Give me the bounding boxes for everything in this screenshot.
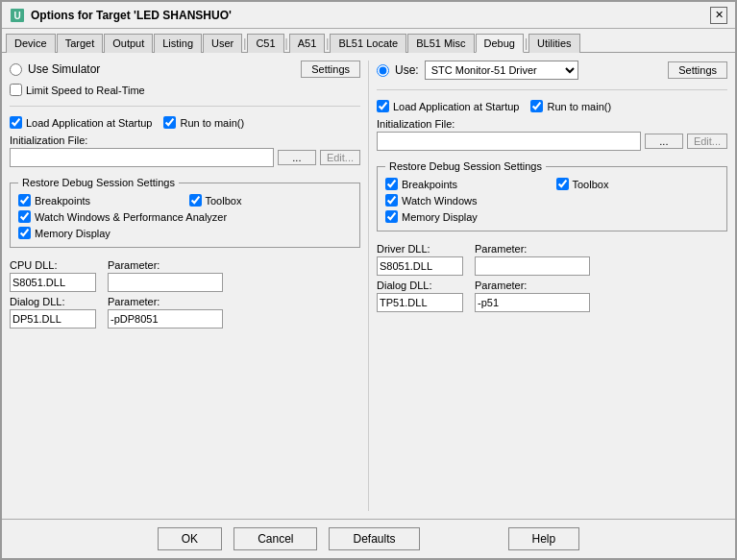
memory-display-label-right: Memory Display xyxy=(402,211,478,223)
cpu-dll-row-left: CPU DLL: Parameter: xyxy=(10,259,360,292)
dialog-dll-input-left[interactable] xyxy=(10,309,96,329)
init-edit-left[interactable]: Edit... xyxy=(320,150,360,165)
memory-display-checkbox-right[interactable] xyxy=(385,210,398,223)
init-file-input-left[interactable] xyxy=(10,148,274,167)
use-simulator-label: Use Simulator xyxy=(28,62,100,76)
load-app-label-left: Load Application at Startup xyxy=(26,117,152,129)
content-area: Use Simulator Settings Limit Speed to Re… xyxy=(2,53,735,519)
cancel-button[interactable]: Cancel xyxy=(233,527,317,550)
tab-user[interactable]: User xyxy=(203,34,242,53)
driver-param-label-right: Parameter: xyxy=(475,243,590,255)
watch-windows-checkbox-right[interactable] xyxy=(385,194,398,207)
init-file-input-right[interactable] xyxy=(377,132,641,151)
help-button[interactable]: Help xyxy=(508,527,580,550)
use-simulator-radio[interactable] xyxy=(10,63,22,76)
app-icon: U xyxy=(10,8,25,23)
cpu-param-label-left: Parameter: xyxy=(108,259,223,271)
use-driver-radio[interactable] xyxy=(377,64,389,77)
tab-sep1: | xyxy=(243,33,246,52)
tab-a51[interactable]: A51 xyxy=(289,34,326,53)
title-bar-left: U Options for Target 'LED SHANSHUO' xyxy=(10,8,232,23)
defaults-button[interactable]: Defaults xyxy=(329,527,419,550)
restore-checkboxes-right: Breakpoints Toolbox xyxy=(385,178,719,190)
cpu-param-input-left[interactable] xyxy=(108,273,223,292)
watch-windows-checkbox-left[interactable] xyxy=(18,210,31,223)
breakpoints-cb-right: Breakpoints xyxy=(385,178,549,190)
tab-sep2: | xyxy=(285,33,288,52)
watch-windows-label-left: Watch Windows & Performance Analyzer xyxy=(35,211,227,223)
load-app-checkbox-right[interactable] xyxy=(377,100,389,112)
dialog-param-label-right: Parameter: xyxy=(475,280,590,291)
tab-c51[interactable]: C51 xyxy=(247,34,283,53)
init-browse-right[interactable]: ... xyxy=(645,134,683,149)
toolbox-cb-right: Toolbox xyxy=(556,178,720,190)
restore-group-label-right: Restore Debug Session Settings xyxy=(385,160,546,172)
tab-output[interactable]: Output xyxy=(104,34,153,53)
driver-param-input-right[interactable] xyxy=(475,256,590,276)
driver-dll-row-right: Driver DLL: Parameter: xyxy=(377,243,727,276)
cpu-dll-input-left[interactable] xyxy=(10,273,96,292)
watch-windows-cb-right: Watch Windows xyxy=(385,194,719,207)
watch-windows-cb-left: Watch Windows & Performance Analyzer xyxy=(18,210,352,223)
toolbox-checkbox-right[interactable] xyxy=(556,178,569,190)
ok-button[interactable]: OK xyxy=(158,527,222,550)
dll-section-left: CPU DLL: Parameter: Dialog DLL: xyxy=(10,259,360,329)
dialog-dll-input-right[interactable] xyxy=(377,293,463,312)
breakpoints-checkbox-right[interactable] xyxy=(385,178,398,190)
sep1 xyxy=(10,106,360,107)
limit-speed-label: Limit Speed to Real-Time xyxy=(26,85,145,96)
dialog-param-input-left[interactable] xyxy=(108,309,223,329)
dialog-param-label-left: Parameter: xyxy=(108,296,223,307)
tab-bar: Device Target Output Listing User | C51 … xyxy=(2,29,735,53)
driver-dll-label-right: Driver DLL: xyxy=(377,243,463,255)
driver-dll-input-right[interactable] xyxy=(377,256,463,276)
init-edit-right[interactable]: Edit... xyxy=(687,134,727,149)
restore-group-label-left: Restore Debug Session Settings xyxy=(18,177,179,188)
tab-bl51misc[interactable]: BL51 Misc xyxy=(407,34,474,53)
dialog-dll-label-right: Dialog DLL: xyxy=(377,280,463,291)
dialog-param-field-left: Parameter: xyxy=(108,296,223,329)
use-label: Use: xyxy=(395,63,419,77)
left-settings-button[interactable]: Settings xyxy=(301,61,360,78)
memory-display-label-left: Memory Display xyxy=(35,228,111,239)
memory-display-cb-left: Memory Display xyxy=(18,227,352,239)
main-panels: Use Simulator Settings Limit Speed to Re… xyxy=(10,61,727,511)
close-button[interactable]: ✕ xyxy=(710,7,727,24)
toolbox-checkbox-left[interactable] xyxy=(189,194,202,207)
tab-debug[interactable]: Debug xyxy=(476,34,524,53)
tab-utilities[interactable]: Utilities xyxy=(528,34,579,53)
cpu-dll-label-left: CPU DLL: xyxy=(10,259,96,271)
run-to-main-checkbox-left[interactable] xyxy=(163,116,176,129)
dialog-dll-field-left: Dialog DLL: xyxy=(10,296,96,329)
right-settings-button[interactable]: Settings xyxy=(668,61,727,79)
right-panel: Use: STC Monitor-51 Driver Settings Load… xyxy=(377,61,727,511)
init-file-row-left: ... Edit... xyxy=(10,148,360,167)
restore-group-left: Restore Debug Session Settings Breakpoin… xyxy=(10,177,360,248)
driver-param-field-right: Parameter: xyxy=(475,243,590,276)
load-run-row: Load Application at Startup Run to main(… xyxy=(10,116,360,129)
title-bar: U Options for Target 'LED SHANSHUO' ✕ xyxy=(2,2,735,29)
tab-device[interactable]: Device xyxy=(6,34,56,53)
sep2 xyxy=(377,89,727,90)
memory-display-checkbox-left[interactable] xyxy=(18,227,31,239)
driver-select[interactable]: STC Monitor-51 Driver xyxy=(425,61,578,80)
footer: OK Cancel Defaults Help xyxy=(2,519,735,558)
dialog-dll-row-right: Dialog DLL: Parameter: xyxy=(377,280,727,312)
run-to-main-checkbox-right[interactable] xyxy=(530,100,543,112)
panel-divider xyxy=(368,61,369,511)
toolbox-label-right: Toolbox xyxy=(573,179,609,190)
tab-listing[interactable]: Listing xyxy=(154,34,202,53)
run-to-main-label-left: Run to main() xyxy=(180,117,244,129)
tab-bl51locate[interactable]: BL51 Locate xyxy=(330,34,406,53)
limit-speed-checkbox[interactable] xyxy=(10,84,22,96)
driver-row: Use: STC Monitor-51 Driver Settings xyxy=(377,61,727,80)
breakpoints-checkbox-left[interactable] xyxy=(18,194,31,207)
load-app-label-right: Load Application at Startup xyxy=(393,101,519,112)
load-app-checkbox-left[interactable] xyxy=(10,116,22,129)
run-to-main-label-right: Run to main() xyxy=(547,101,611,112)
use-simulator-radio-row: Use Simulator xyxy=(10,62,100,76)
init-browse-left[interactable]: ... xyxy=(278,150,316,165)
dialog-param-input-right[interactable] xyxy=(475,293,590,312)
tab-target[interactable]: Target xyxy=(57,34,104,53)
restore-checkboxes-left: Breakpoints Toolbox xyxy=(18,194,352,207)
